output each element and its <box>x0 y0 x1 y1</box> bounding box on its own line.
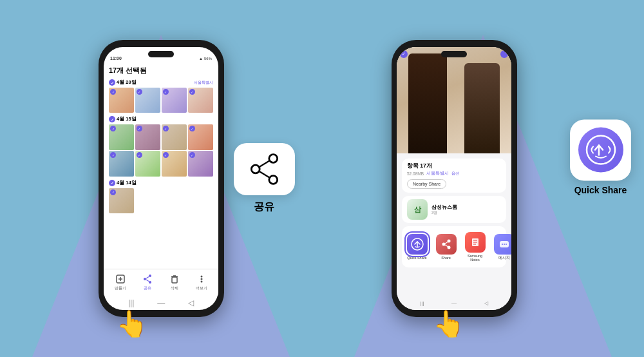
make-icon <box>114 273 127 285</box>
left-panel: 11:00 ▲ 56% 17개 선택됨 4월 20일 <box>0 0 322 357</box>
check-overlay <box>110 89 116 95</box>
svg-line-18 <box>260 171 269 177</box>
camera-pill-right <box>441 51 467 57</box>
svg-point-30 <box>502 244 503 245</box>
share-count: 항목 17개 <box>407 162 432 170</box>
messages-label: 메시지 <box>498 256 510 260</box>
samsung-app-item[interactable]: 삼 삼성뉴스룸 3명 <box>407 199 501 220</box>
quick-share-overlay: Quick Share <box>570 119 631 195</box>
date-label-apr20: 4월 20일 <box>109 79 137 86</box>
date-label-apr14: 4월 14일 <box>109 180 137 186</box>
camera-pill <box>148 51 174 57</box>
nav-home: — <box>157 298 165 307</box>
right-panel: 항목 17개 52.08MB 서울특별시 옵션 Nearby Share 삼 <box>322 0 644 357</box>
apps-row-section: Quick Share <box>402 226 506 267</box>
status-icons: ▲ 56% <box>199 57 212 61</box>
svg-point-22 <box>447 246 450 249</box>
svg-point-32 <box>506 244 507 245</box>
svg-point-21 <box>442 243 445 246</box>
svg-rect-8 <box>172 277 177 283</box>
check-icon-apr14 <box>109 180 115 186</box>
check-overlay <box>110 126 116 131</box>
photo-grid-apr15 <box>109 124 213 176</box>
share-meta: 52.08MB 서울특별시 옵션 <box>407 171 501 177</box>
right-screen-content: 항목 17개 52.08MB 서울특별시 옵션 Nearby Share 삼 <box>397 47 511 310</box>
app-messages[interactable]: 메시지 <box>493 234 511 260</box>
app-share[interactable]: Share <box>435 234 457 260</box>
svg-point-13 <box>201 281 203 283</box>
right-phone: 항목 17개 52.08MB 서울특별시 옵션 Nearby Share 삼 <box>392 40 517 317</box>
app-quick-share[interactable]: Quick Share <box>406 234 428 260</box>
left-phone-screen: 11:00 ▲ 56% 17개 선택됨 4월 20일 <box>104 47 218 310</box>
toolbar-share[interactable]: 공유 <box>141 273 154 291</box>
right-phone-screen: 항목 17개 52.08MB 서울특별시 옵션 Nearby Share 삼 <box>397 47 511 310</box>
quick-share-icon-svg <box>410 237 424 251</box>
svg-point-20 <box>447 240 450 243</box>
nav-lines: ||| <box>420 300 424 306</box>
make-label: 만들기 <box>115 286 126 291</box>
nav-back-right: ◁ <box>484 300 488 306</box>
date-header-apr14: 4월 14일 <box>109 180 213 186</box>
quick-share-box <box>570 119 631 180</box>
notes-icon-svg <box>469 236 481 248</box>
figure-left <box>408 53 447 153</box>
toolbar-make[interactable]: 만들기 <box>114 273 127 291</box>
share-app-icon-svg <box>440 238 452 250</box>
photo-thumb <box>188 124 213 150</box>
samsung-app-contacts: 3명 <box>431 211 457 215</box>
share-label: 공유 <box>144 286 151 291</box>
check-overlay <box>163 126 169 131</box>
photo-thumb <box>188 88 213 113</box>
svg-line-17 <box>260 161 269 167</box>
samsung-app-info: 삼성뉴스룸 3명 <box>431 204 457 215</box>
preview-check-left <box>400 50 408 58</box>
bottom-toolbar: 만들기 공유 삭제 <box>104 269 218 296</box>
photo-thumb <box>162 151 187 176</box>
svg-line-7 <box>146 280 149 282</box>
check-overlay <box>137 152 142 158</box>
nav-bar-left: ||| — ◁ <box>104 296 218 310</box>
check-overlay <box>189 126 195 131</box>
more-icon <box>195 273 208 285</box>
gallery-title: 17개 선택됨 <box>109 63 213 75</box>
app-samsung-notes[interactable]: Samsung Notes <box>464 232 486 262</box>
quick-share-app-icon <box>407 234 428 255</box>
check-overlay <box>189 152 195 158</box>
samsung-app-section: 삼 삼성뉴스룸 3명 <box>402 196 506 223</box>
share-sheet: 항목 17개 52.08MB 서울특별시 옵션 Nearby Share 삼 <box>397 153 511 298</box>
toolbar-more[interactable]: 더보기 <box>195 273 208 291</box>
svg-point-3 <box>149 275 151 277</box>
share-box <box>234 143 295 195</box>
check-icon-apr15 <box>109 116 115 122</box>
samsung-app-icon: 삼 <box>407 199 428 220</box>
photo-thumb <box>109 88 134 113</box>
nearby-share-button[interactable]: Nearby Share <box>407 179 446 189</box>
photo-preview <box>397 47 511 153</box>
photo-thumb <box>109 124 134 150</box>
check-overlay <box>110 189 116 195</box>
photo-thumb <box>162 88 187 113</box>
svg-point-16 <box>269 176 277 184</box>
svg-point-15 <box>251 165 260 173</box>
qs-icon-svg <box>585 134 617 166</box>
left-screen-content: 11:00 ▲ 56% 17개 선택됨 4월 20일 <box>104 47 218 310</box>
toolbar-delete[interactable]: 삭제 <box>168 273 181 291</box>
svg-line-24 <box>445 245 448 247</box>
time-display: 11:00 <box>110 56 122 61</box>
share-icon-large <box>247 151 282 187</box>
svg-line-23 <box>445 242 448 244</box>
check-overlay <box>163 152 169 158</box>
date-label-apr15: 4월 15일 <box>109 116 137 122</box>
nav-recent: ◁ <box>188 298 194 307</box>
hand-right: 👆 <box>433 309 465 339</box>
options-link[interactable]: 옵션 <box>451 171 459 177</box>
delete-icon <box>168 273 181 285</box>
hand-left: 👆 <box>116 309 148 339</box>
msg-icon-svg <box>498 238 510 250</box>
date-header-apr15: 4월 15일 <box>109 116 213 122</box>
photo-thumb <box>162 124 187 150</box>
messages-icon <box>494 234 512 255</box>
preview-image <box>397 47 511 153</box>
samsung-notes-label: Samsung Notes <box>464 254 486 262</box>
photo-thumb <box>135 88 160 113</box>
